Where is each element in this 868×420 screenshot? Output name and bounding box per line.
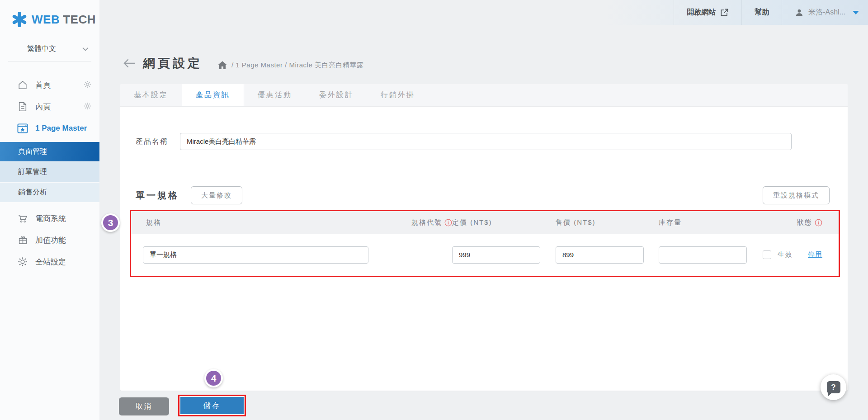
spec-table-annotation-outline: 規格 規格代號 定價 (NT$) 售價 (NT$) 庫存量 狀態	[130, 210, 840, 277]
sidebar-item-order-management[interactable]: 訂單管理	[0, 162, 99, 182]
tab-promotions[interactable]: 優惠活動	[244, 84, 306, 106]
sidebar-item-page-management[interactable]: 頁面管理	[0, 142, 99, 161]
info-icon[interactable]	[815, 219, 822, 227]
user-icon	[795, 8, 804, 17]
tab-label: 基本設定	[134, 90, 168, 100]
column-header-list-price: 定價 (NT$)	[452, 218, 556, 227]
brand-tech: TECH	[63, 13, 96, 27]
column-header-status: 狀態	[797, 218, 812, 227]
column-header-spec: 規格	[131, 218, 377, 227]
help-fab-button[interactable]: ?	[821, 374, 846, 400]
tab-basic-settings[interactable]: 基本設定	[120, 84, 182, 106]
gear-icon[interactable]	[84, 80, 91, 88]
spec-section-header: 單一規格 大量修改 重設規格模式	[136, 186, 848, 204]
chevron-down-icon	[82, 47, 89, 51]
sidebar-item-home[interactable]: 首頁	[0, 74, 99, 96]
stock-input[interactable]	[659, 246, 747, 264]
open-site-label: 開啟網站	[687, 8, 716, 17]
caret-down-icon	[853, 11, 859, 14]
spec-name-input[interactable]	[143, 246, 368, 264]
gear-icon	[17, 257, 28, 267]
active-checkbox-label: 生效	[778, 250, 793, 259]
tab-label: 委外設計	[319, 90, 354, 100]
disable-link[interactable]: 停用	[808, 250, 822, 259]
list-price-input[interactable]	[452, 246, 540, 264]
breadcrumb-home-icon[interactable]	[218, 61, 227, 70]
external-link-icon	[720, 8, 729, 17]
tab-outsourced-design[interactable]: 委外設計	[306, 84, 367, 106]
sidebar-item-label: 銷售分析	[18, 188, 47, 197]
language-label: 繁體中文	[27, 44, 56, 54]
page-header: 網頁設定 / 1 Page Master / Miracle 美白亮白精華露	[123, 55, 363, 71]
product-name-label: 產品名稱	[136, 137, 180, 146]
asterisk-logo-icon	[12, 12, 27, 27]
gear-icon[interactable]	[84, 102, 91, 110]
breadcrumb: / 1 Page Master / Miracle 美白亮白精華露	[218, 61, 363, 70]
sale-price-input[interactable]	[556, 246, 644, 264]
sidebar: WEB TECH 繁體中文 首頁 內頁	[0, 0, 99, 420]
info-icon[interactable]	[444, 219, 452, 227]
sidebar-item-label: 加值功能	[35, 235, 66, 245]
sidebar-item-addons[interactable]: 加值功能	[0, 229, 99, 251]
column-header-stock: 庫存量	[659, 218, 755, 227]
question-bubble-icon: ?	[827, 381, 840, 393]
product-name-input[interactable]	[180, 133, 792, 150]
sidebar-item-label: 訂單管理	[18, 167, 47, 177]
active-checkbox[interactable]	[763, 250, 771, 259]
tab-product-info[interactable]: 產品資訊	[182, 84, 244, 106]
settings-card: 基本設定 產品資訊 優惠活動 委外設計 行銷外掛 產品名稱 單一規格 大量修改 …	[120, 84, 848, 391]
save-button[interactable]: 儲存	[180, 397, 244, 414]
tab-label: 優惠活動	[258, 90, 292, 100]
sidebar-item-label: 頁面管理	[18, 147, 47, 156]
home-icon	[17, 80, 28, 90]
spec-table-row: 生效 停用	[131, 234, 839, 276]
sidebar-item-label: 首頁	[35, 80, 51, 90]
spec-section-title: 單一規格	[136, 189, 179, 202]
brand-web: WEB	[32, 13, 60, 27]
help-menu-button[interactable]: 幫助	[741, 0, 782, 25]
tab-label: 產品資訊	[196, 90, 230, 100]
star-window-icon	[17, 123, 28, 133]
topbar: 開啟網站 幫助 米洛-Ashl...	[99, 0, 868, 25]
reset-spec-mode-button[interactable]: 重設規格模式	[763, 186, 830, 204]
brand-logo: WEB TECH	[0, 0, 99, 27]
sidebar-item-ecommerce[interactable]: 電商系統	[0, 208, 99, 229]
spec-table-header: 規格 規格代號 定價 (NT$) 售價 (NT$) 庫存量 狀態	[131, 211, 839, 234]
sidebar-item-inner-pages[interactable]: 內頁	[0, 96, 99, 118]
sidebar-item-label: 1 Page Master	[35, 124, 87, 133]
language-selector[interactable]: 繁體中文	[8, 44, 91, 61]
sidebar-item-sales-analysis[interactable]: 銷售分析	[0, 183, 99, 202]
sidebar-item-label: 內頁	[35, 102, 51, 112]
annotation-step-4-badge: 4	[204, 369, 223, 387]
bulk-edit-button[interactable]: 大量修改	[191, 186, 242, 204]
save-button-annotation-outline: 儲存	[178, 395, 246, 416]
column-header-spec-code: 規格代號	[411, 218, 442, 227]
gift-icon	[17, 235, 28, 245]
user-name: 米洛-Ashl...	[808, 8, 845, 17]
help-menu-label: 幫助	[755, 8, 769, 17]
tab-bar: 基本設定 產品資訊 優惠活動 委外設計 行銷外掛	[120, 84, 848, 107]
tab-marketing-plugins[interactable]: 行銷外掛	[367, 84, 429, 106]
document-icon	[17, 102, 28, 112]
breadcrumb-text[interactable]: / 1 Page Master / Miracle 美白亮白精華露	[231, 61, 363, 70]
tab-label: 行銷外掛	[381, 90, 415, 100]
cart-icon	[17, 213, 28, 223]
product-name-row: 產品名稱	[136, 133, 848, 150]
annotation-step-3-badge: 3	[101, 213, 120, 232]
user-menu[interactable]: 米洛-Ashl...	[782, 0, 868, 25]
cancel-button[interactable]: 取消	[119, 397, 169, 415]
sidebar-item-label: 全站設定	[35, 257, 66, 267]
sidebar-item-1-page-master[interactable]: 1 Page Master	[0, 118, 99, 139]
open-site-button[interactable]: 開啟網站	[674, 0, 741, 25]
question-mark: ?	[831, 383, 835, 392]
sidebar-item-label: 電商系統	[35, 213, 66, 224]
column-header-sale-price: 售價 (NT$)	[556, 218, 659, 227]
page-title: 網頁設定	[143, 55, 203, 71]
back-arrow-icon[interactable]	[123, 58, 136, 68]
sidebar-item-site-settings[interactable]: 全站設定	[0, 251, 99, 273]
